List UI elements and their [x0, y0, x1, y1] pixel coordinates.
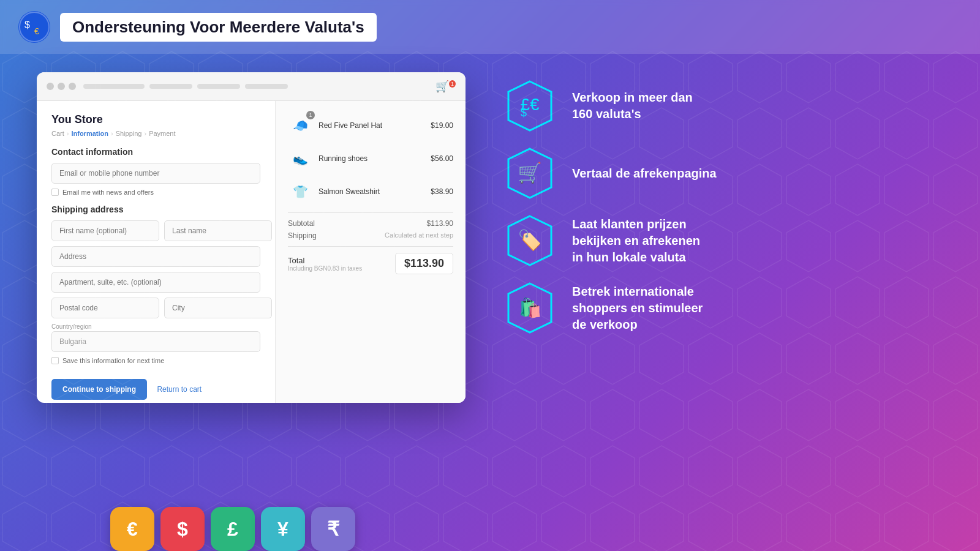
- chrome-dot-yellow: [58, 83, 65, 90]
- order-item-sweatshirt: 👕 Salmon Sweatshirt $38.90: [288, 179, 453, 204]
- order-summary: 🧢 1 Red Five Panel Hat $19.00 👟 Running …: [276, 101, 466, 403]
- header-title: Ondersteuning Voor Meerdere Valuta's: [60, 13, 377, 42]
- email-checkbox-label: Email me with news and offers: [62, 189, 154, 196]
- feature-text-1: Verkoop in meer dan160 valuta's: [572, 89, 693, 122]
- feature-item-3: 🏷️ Laat klanten prijzenbekijken en afrek…: [502, 213, 943, 268]
- save-checkbox-row: Save this information for next time: [51, 357, 260, 364]
- hat-badge: 1: [306, 111, 315, 119]
- breadcrumb-cart[interactable]: Cart: [51, 130, 64, 137]
- chrome-tab2: [197, 84, 240, 89]
- order-item-shoes: 👟 Running shoes $56.00: [288, 146, 453, 171]
- total-label-group: Total Including BGN0.83 in taxes: [288, 256, 362, 272]
- shopping-bag-icon: 🛍️: [502, 280, 557, 335]
- shipping-value: Calculated at next step: [385, 231, 453, 240]
- breadcrumb-sep1: ›: [67, 130, 69, 137]
- postal-input[interactable]: [51, 298, 159, 318]
- shipping-label: Shipping: [288, 231, 317, 240]
- email-checkbox[interactable]: [51, 189, 59, 196]
- sweatshirt-image: 👕: [288, 179, 312, 204]
- checkout-window: 🛒1 You Store Cart › Information › Shippi…: [37, 72, 466, 403]
- shoes-name: Running shoes: [318, 154, 424, 163]
- total-label: Total: [288, 256, 362, 265]
- header-logo-icon: $ €: [18, 11, 50, 43]
- breadcrumb-information[interactable]: Information: [71, 130, 108, 137]
- shipping-row: Shipping Calculated at next step: [288, 231, 453, 240]
- window-chrome: 🛒1: [37, 72, 466, 101]
- address-input[interactable]: [51, 246, 260, 267]
- address-bar: [83, 84, 145, 89]
- sweatshirt-price: $38.90: [431, 187, 453, 196]
- chrome-tab3: [245, 84, 288, 89]
- breadcrumb-sep3: ›: [144, 130, 146, 137]
- cart-translate-icon: 🛒: [502, 146, 557, 201]
- breadcrumb: Cart › Information › Shipping › Payment: [51, 130, 260, 137]
- store-name: You Store: [51, 113, 260, 126]
- total-divider: [288, 246, 453, 247]
- name-row: [51, 220, 260, 241]
- svg-text:🛍️: 🛍️: [519, 297, 542, 319]
- yen-badge: ¥: [261, 507, 305, 551]
- email-checkbox-row: Email me with news and offers: [51, 189, 260, 196]
- shipping-section-title: Shipping address: [51, 204, 260, 214]
- first-name-input[interactable]: [51, 220, 159, 241]
- info-panel: £€ $ Verkoop in meer dan160 valuta's 🛒 V…: [502, 72, 943, 533]
- country-value[interactable]: Bulgaria: [51, 331, 260, 352]
- svg-text:$: $: [521, 107, 527, 119]
- pound-badge: £: [211, 507, 255, 551]
- summary-divider: [288, 212, 453, 213]
- tag-price-icon: 🏷️: [502, 213, 557, 268]
- hat-image: 🧢 1: [288, 113, 312, 138]
- total-amount: $113.90: [395, 253, 453, 274]
- feature-text-3: Laat klanten prijzenbekijken en afrekene…: [572, 216, 700, 266]
- svg-text:€: €: [34, 26, 39, 36]
- shoes-image: 👟: [288, 146, 312, 171]
- svg-text:🛒: 🛒: [518, 161, 542, 184]
- feature-item-2: 🛒 Vertaal de afrekenpagina: [502, 146, 943, 201]
- feature-item-4: 🛍️ Betrek internationaleshoppers en stim…: [502, 280, 943, 335]
- shoes-price: $56.00: [431, 154, 453, 163]
- total-row: Total Including BGN0.83 in taxes $113.90: [288, 253, 453, 274]
- subtotal-label: Subtotal: [288, 219, 315, 228]
- hat-price: $19.00: [431, 121, 453, 130]
- email-input[interactable]: [51, 163, 260, 184]
- order-item-hat: 🧢 1 Red Five Panel Hat $19.00: [288, 113, 453, 138]
- checkout-body: You Store Cart › Information › Shipping …: [37, 101, 466, 403]
- svg-text:🏷️: 🏷️: [518, 228, 542, 252]
- hat-name: Red Five Panel Hat: [318, 121, 424, 130]
- city-input[interactable]: [164, 298, 272, 318]
- breadcrumb-payment[interactable]: Payment: [149, 130, 175, 137]
- save-checkbox-label: Save this information for next time: [62, 357, 164, 364]
- chrome-tab1: [149, 84, 192, 89]
- main-content: 🛒1 You Store Cart › Information › Shippi…: [0, 54, 980, 551]
- subtotal-value: $113.90: [427, 219, 453, 228]
- subtotal-row: Subtotal $113.90: [288, 219, 453, 228]
- feature-text-4: Betrek internationaleshoppers en stimule…: [572, 283, 703, 333]
- postal-city-row: [51, 298, 260, 318]
- dollar-badge: $: [160, 507, 205, 551]
- chrome-dot-red: [47, 83, 54, 90]
- header: $ € Ondersteuning Voor Meerdere Valuta's: [0, 0, 980, 54]
- apt-input[interactable]: [51, 272, 260, 293]
- country-field: Country/region Bulgaria: [51, 323, 260, 352]
- form-actions: Continue to shipping Return to cart: [51, 373, 260, 400]
- coins-icon: £€ $: [502, 78, 557, 133]
- contact-section-title: Contact information: [51, 147, 260, 157]
- total-sublabel: Including BGN0.83 in taxes: [288, 265, 362, 272]
- currency-badges: € $ £ ¥ ₹: [110, 507, 355, 551]
- chrome-dot-green: [69, 83, 76, 90]
- last-name-input[interactable]: [164, 220, 272, 241]
- svg-text:$: $: [24, 20, 30, 30]
- checkout-form: You Store Cart › Information › Shipping …: [37, 101, 276, 403]
- chrome-dots: [47, 83, 76, 90]
- return-to-cart-button[interactable]: Return to cart: [157, 379, 202, 400]
- sweatshirt-name: Salmon Sweatshirt: [318, 187, 424, 196]
- breadcrumb-shipping[interactable]: Shipping: [116, 130, 142, 137]
- feature-text-2: Vertaal de afrekenpagina: [572, 165, 717, 182]
- rupee-badge: ₹: [311, 507, 355, 551]
- country-label: Country/region: [51, 323, 260, 330]
- cart-icon[interactable]: 🛒1: [435, 80, 456, 93]
- save-checkbox[interactable]: [51, 357, 59, 364]
- checkout-mockup-wrapper: 🛒1 You Store Cart › Information › Shippi…: [37, 72, 478, 533]
- continue-shipping-button[interactable]: Continue to shipping: [51, 379, 147, 400]
- feature-item-1: £€ $ Verkoop in meer dan160 valuta's: [502, 78, 943, 133]
